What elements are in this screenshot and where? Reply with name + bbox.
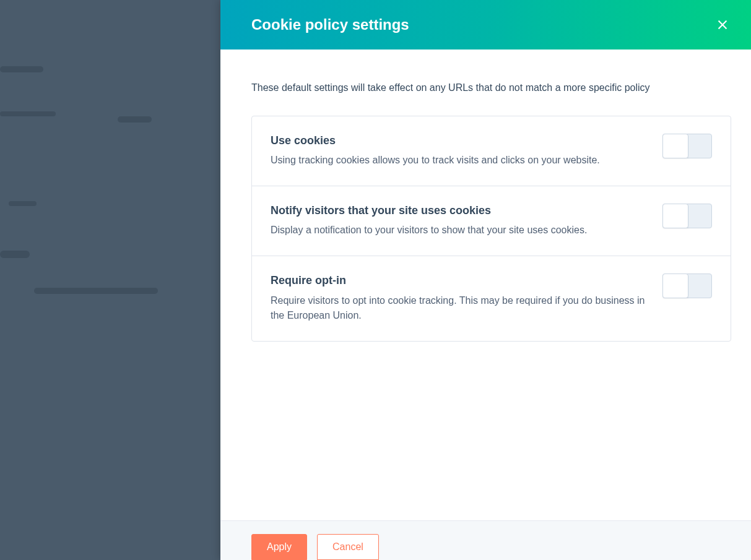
toggle-knob	[662, 134, 688, 158]
toggle-knob	[662, 204, 688, 228]
settings-list: Use cookies Using tracking cookies allow…	[251, 116, 731, 342]
close-button[interactable]	[714, 16, 731, 33]
setting-text: Notify visitors that your site uses cook…	[271, 204, 645, 238]
close-icon	[716, 18, 729, 32]
setting-description: Require visitors to opt into cookie trac…	[271, 293, 645, 324]
toggle-require-opt-in[interactable]	[662, 274, 712, 298]
setting-description: Display a notification to your visitors …	[271, 223, 645, 238]
apply-button[interactable]: Apply	[251, 534, 307, 560]
background-shape	[0, 111, 56, 116]
toggle-notify-visitors[interactable]	[662, 204, 712, 228]
setting-text: Require opt-in Require visitors to opt i…	[271, 274, 645, 324]
background-shape	[0, 251, 30, 258]
background-shape	[34, 288, 158, 294]
panel-footer: Apply Cancel	[220, 520, 751, 560]
setting-title: Use cookies	[271, 134, 645, 148]
background-shape	[0, 66, 43, 72]
setting-description: Using tracking cookies allows you to tra…	[271, 153, 645, 168]
background-shape	[118, 116, 152, 123]
setting-row-use-cookies: Use cookies Using tracking cookies allow…	[252, 116, 731, 186]
setting-title: Require opt-in	[271, 274, 645, 288]
background-shape	[9, 201, 37, 206]
setting-text: Use cookies Using tracking cookies allow…	[271, 134, 645, 168]
cookie-policy-panel: Cookie policy settings These default set…	[220, 0, 751, 560]
toggle-use-cookies[interactable]	[662, 134, 712, 158]
intro-text: These default settings will take effect …	[251, 80, 731, 96]
setting-row-require-opt-in: Require opt-in Require visitors to opt i…	[252, 256, 731, 341]
setting-title: Notify visitors that your site uses cook…	[271, 204, 645, 218]
cancel-button[interactable]: Cancel	[317, 534, 379, 560]
panel-title: Cookie policy settings	[251, 16, 409, 33]
setting-row-notify-visitors: Notify visitors that your site uses cook…	[252, 186, 731, 256]
toggle-knob	[662, 274, 688, 298]
panel-body: These default settings will take effect …	[220, 50, 751, 520]
panel-header: Cookie policy settings	[220, 0, 751, 50]
